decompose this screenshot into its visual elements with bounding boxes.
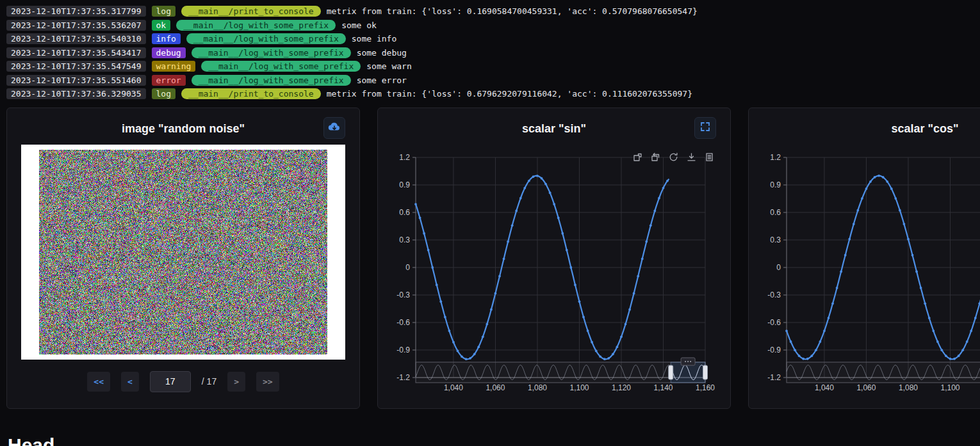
svg-text:-0.9: -0.9 (767, 346, 781, 354)
svg-text:0.9: 0.9 (399, 180, 410, 189)
log-level-badge: debug (152, 47, 186, 58)
log-level-badge: log (152, 88, 176, 99)
page-number-input[interactable] (150, 371, 191, 392)
svg-text:1,060: 1,060 (486, 383, 505, 392)
log-message: metrix from train: {'loss': 0.1690584700… (327, 6, 698, 16)
log-message: metrix from train: {'loss': 0.6796292079… (327, 89, 692, 99)
noise-image (39, 150, 327, 354)
log-level-badge: warning (152, 61, 196, 72)
axis-labels: 1.20.90.60.30-0.3-0.6-0.9-1.21,0401,0601… (396, 153, 715, 392)
chart-toolbox (632, 152, 715, 163)
datazoom-left-handle[interactable] (669, 365, 673, 379)
svg-text:0.6: 0.6 (770, 208, 781, 217)
log-row: 2023-12-10T17:37:36.329035log__main__/pr… (6, 87, 980, 101)
fullscreen-icon (699, 121, 711, 134)
datazoom-slider[interactable] (416, 358, 708, 383)
data-view-icon[interactable] (704, 152, 715, 163)
sin-chart-title: scalar "sin" (378, 122, 730, 136)
log-row: 2023-12-10T17:37:35.536207ok__main__/log… (6, 19, 980, 33)
log-message: some debug (357, 48, 407, 58)
fullscreen-button[interactable] (694, 117, 716, 139)
svg-text:-0.6: -0.6 (767, 318, 781, 327)
log-level-badge: ok (152, 20, 171, 31)
log-timestamp: 2023-12-10T17:37:35.540310 (6, 33, 146, 44)
log-message: some info (352, 34, 396, 44)
log-row: 2023-12-10T17:37:35.543417debug__main__/… (6, 46, 980, 60)
cos-chart-canvas[interactable]: 1.20.90.60.30-0.3-0.6-0.9-1.21,0401,0601… (758, 139, 980, 395)
cos-chart-title: scalar "cos" (749, 122, 980, 136)
log-source-badge: __main__/print_to_console (181, 6, 321, 17)
log-timestamp: 2023-12-10T17:37:35.543417 (6, 47, 146, 58)
restore-icon[interactable] (668, 152, 679, 163)
log-message: some ok (341, 20, 377, 30)
log-timestamp: 2023-12-10T17:37:36.329035 (6, 88, 146, 99)
svg-text:0.9: 0.9 (770, 180, 781, 189)
data-zoom-icon[interactable] (632, 152, 643, 163)
section-heading: Head (8, 434, 980, 446)
cos-chart-card: scalar "cos" 1.20.90.60.30-0.3-0.6-0.9-1… (748, 108, 980, 409)
image-card-title: image "random noise" (7, 122, 359, 136)
next-page-button[interactable]: > (227, 372, 245, 392)
image-frame (21, 145, 345, 360)
log-timestamp: 2023-12-10T17:37:35.317799 (6, 6, 146, 17)
log-source-badge: __main__/log_with_some_prefix (176, 20, 336, 31)
sin-chart-card: scalar "sin" 1.20.90.60.30-0.3-0.6-0.9-1… (377, 108, 731, 409)
svg-text:1,140: 1,140 (653, 383, 673, 392)
svg-text:0.3: 0.3 (770, 235, 781, 244)
log-level-badge: info (152, 33, 181, 44)
page-total-label: / 17 (202, 376, 216, 386)
log-source-badge: __main__/log_with_some_prefix (192, 47, 351, 58)
last-page-button[interactable]: >> (256, 372, 279, 392)
svg-text:1.2: 1.2 (399, 153, 410, 162)
svg-text:-0.3: -0.3 (767, 291, 781, 299)
cards-row: image "random noise" << < / 17 > >> scal… (0, 108, 980, 409)
svg-text:-1.2: -1.2 (767, 373, 781, 382)
log-source-badge: __main__/log_with_some_prefix (192, 75, 351, 86)
svg-text:1,040: 1,040 (444, 383, 463, 392)
zoom-reset-icon[interactable] (650, 152, 661, 163)
grid (787, 157, 980, 378)
svg-text:0: 0 (776, 263, 781, 272)
svg-text:1.2: 1.2 (770, 153, 781, 162)
svg-text:1,040: 1,040 (815, 383, 834, 392)
image-card: image "random noise" << < / 17 > >> (6, 108, 360, 409)
svg-text:1,080: 1,080 (528, 383, 547, 392)
log-message: some warn (366, 61, 411, 71)
log-timestamp: 2023-12-10T17:37:35.551460 (6, 75, 146, 86)
svg-text:1,100: 1,100 (569, 383, 589, 392)
log-source-badge: __main__/print_to_console (181, 88, 321, 99)
svg-text:0.6: 0.6 (399, 208, 410, 217)
save-image-icon[interactable] (686, 152, 697, 163)
log-timestamp: 2023-12-10T17:37:35.536207 (6, 20, 146, 31)
log-level-badge: log (152, 6, 176, 17)
svg-text:-0.9: -0.9 (396, 346, 410, 354)
log-timestamp: 2023-12-10T17:37:35.547549 (6, 61, 146, 72)
log-message: some error (357, 76, 407, 85)
log-source-badge: __main__/log_with_some_prefix (186, 33, 346, 44)
svg-text:1,060: 1,060 (856, 383, 876, 392)
first-page-button[interactable]: << (87, 372, 110, 392)
svg-text:1,100: 1,100 (940, 383, 960, 392)
log-row: 2023-12-10T17:37:35.547549warning__main_… (6, 60, 980, 74)
log-row: 2023-12-10T17:37:35.317799log__main__/pr… (6, 4, 980, 19)
sin-chart-canvas[interactable]: 1.20.90.60.30-0.3-0.6-0.9-1.21,0401,0601… (388, 139, 721, 395)
svg-text:-0.3: -0.3 (396, 291, 410, 299)
log-list: 2023-12-10T17:37:35.317799log__main__/pr… (0, 0, 980, 106)
datazoom-right-handle[interactable] (703, 365, 708, 379)
log-source-badge: __main__/log_with_some_prefix (201, 61, 361, 72)
datazoom-slider[interactable] (787, 358, 980, 383)
pager: << < / 17 > >> (7, 371, 359, 392)
svg-text:1,080: 1,080 (899, 383, 918, 392)
svg-text:1,160: 1,160 (696, 383, 715, 392)
log-row: 2023-12-10T17:37:35.551460error__main__/… (6, 74, 980, 88)
cloud-download-icon (327, 120, 341, 135)
svg-text:0: 0 (405, 263, 410, 272)
svg-text:-0.6: -0.6 (396, 318, 410, 327)
log-level-badge: error (152, 75, 186, 86)
log-row: 2023-12-10T17:37:35.540310info__main__/l… (6, 32, 980, 46)
svg-text:1,120: 1,120 (612, 383, 631, 392)
svg-text:0.3: 0.3 (399, 235, 410, 244)
prev-page-button[interactable]: < (121, 372, 139, 392)
download-image-button[interactable] (323, 117, 345, 139)
svg-text:-1.2: -1.2 (396, 373, 410, 382)
